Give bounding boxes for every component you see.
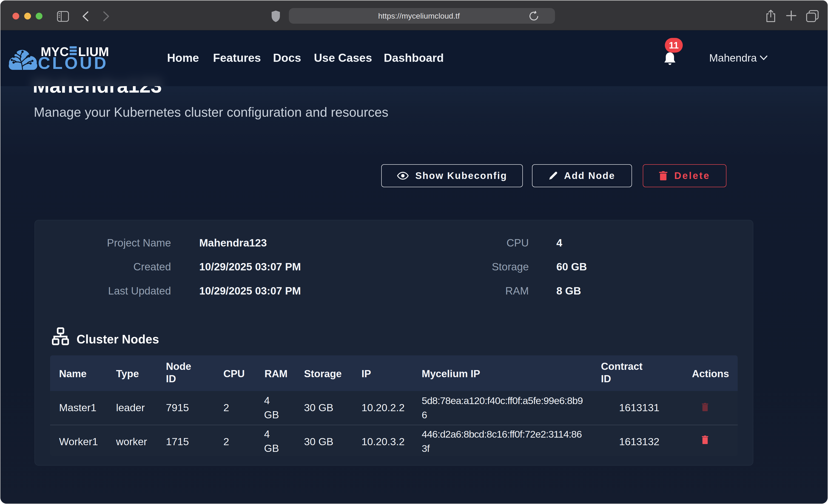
svg-text:CLOUD: CLOUD — [38, 53, 108, 71]
